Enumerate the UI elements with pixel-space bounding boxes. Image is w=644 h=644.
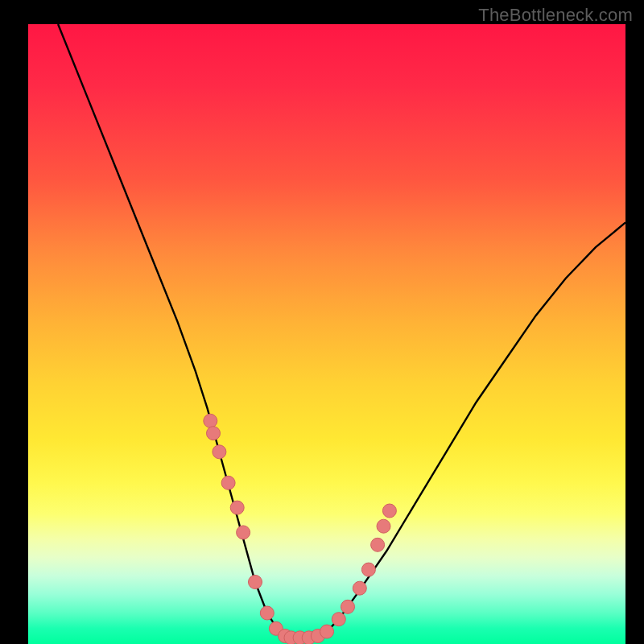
highlighted-points bbox=[204, 414, 397, 644]
watermark-text: TheBottleneck.com bbox=[478, 5, 633, 26]
marker-dot bbox=[371, 538, 385, 551]
marker-dot bbox=[382, 504, 396, 518]
marker-dot bbox=[230, 501, 244, 514]
marker-dot bbox=[341, 600, 355, 613]
marker-dot bbox=[260, 606, 274, 620]
chart-svg bbox=[28, 24, 625, 644]
chart-plot-area bbox=[28, 24, 625, 644]
bottleneck-curve bbox=[58, 24, 625, 638]
marker-dot bbox=[213, 445, 226, 459]
chart-frame: TheBottleneck.com bbox=[0, 0, 644, 644]
marker-dot bbox=[204, 414, 217, 427]
marker-dot bbox=[361, 563, 375, 576]
marker-dot bbox=[353, 581, 366, 595]
marker-dot bbox=[377, 519, 390, 533]
marker-dot bbox=[221, 476, 235, 489]
marker-dot bbox=[237, 526, 250, 539]
marker-dot bbox=[320, 625, 334, 638]
marker-dot bbox=[332, 613, 345, 626]
marker-dot bbox=[249, 576, 262, 589]
marker-dot bbox=[207, 427, 221, 440]
